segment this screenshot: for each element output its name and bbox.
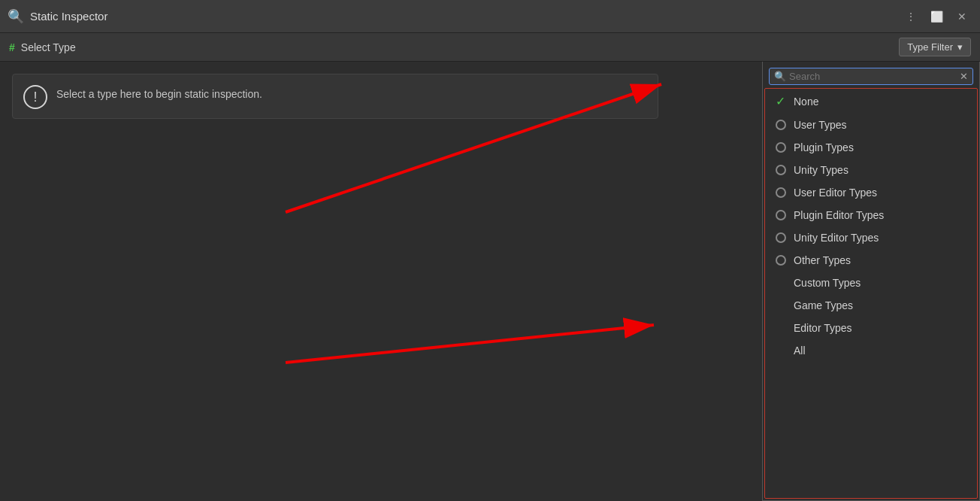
item-label: Plugin Editor Types [794,209,884,221]
radio-icon [776,142,786,153]
list-item[interactable]: User Editor Types [765,181,977,204]
list-item[interactable]: Plugin Editor Types [765,204,977,226]
search-input[interactable] [789,71,957,82]
type-filter-label: Type Filter [907,41,953,53]
list-item[interactable]: Custom Types [765,272,977,294]
radio-icon [776,120,786,130]
info-box: ! Select a type here to begin static ins… [12,74,658,119]
title-bar: 🔍 Static Inspector ⋮ ⬜ ✕ [0,0,980,33]
info-text: Select a type here to begin static inspe… [56,84,262,100]
radio-icon [776,232,786,243]
list-item[interactable]: Other Types [765,249,977,272]
list-item[interactable]: Editor Types [765,317,977,339]
dropdown-arrow-icon: ▾ [957,41,963,53]
dropdown-panel: 🔍 ✕ ✓ None User Types Plugin Types [762,62,980,501]
checkmark-icon: ✓ [776,94,786,108]
window-title: Static Inspector [30,10,107,23]
list-item[interactable]: Unity Types [765,159,977,181]
item-label: Plugin Types [794,141,854,153]
search-icon: 🔍 [8,8,24,25]
window-controls: ⋮ ⬜ ✕ [900,6,972,27]
hash-icon: # [9,41,15,53]
search-clear-button[interactable]: ✕ [960,71,968,82]
list-item[interactable]: ✓ None [765,89,977,114]
item-label: All [794,345,806,357]
search-magnifier-icon: 🔍 [774,71,786,82]
radio-icon [776,210,786,220]
radio-icon [776,255,786,266]
item-label: User Editor Types [794,187,877,199]
item-label: Other Types [794,254,851,266]
close-button[interactable]: ✕ [951,6,972,27]
list-item[interactable]: Plugin Types [765,136,977,159]
item-label: None [794,96,818,108]
search-row: 🔍 ✕ [769,68,973,85]
item-label: User Types [794,119,847,131]
item-label: Custom Types [794,277,861,289]
item-label: Game Types [794,299,853,311]
arrows-overlay [0,62,737,501]
menu-button[interactable]: ⋮ [900,6,921,27]
info-icon: ! [23,85,47,109]
list-item[interactable]: Unity Editor Types [765,226,977,249]
radio-icon [776,187,786,198]
maximize-button[interactable]: ⬜ [926,6,947,27]
sub-header: # Select Type Type Filter ▾ [0,33,980,62]
item-label: Editor Types [794,322,852,334]
list-item[interactable]: Game Types [765,294,977,317]
dropdown-list: ✓ None User Types Plugin Types Unity Typ… [764,88,978,499]
svg-line-3 [286,325,654,363]
type-filter-button[interactable]: Type Filter ▾ [899,38,971,56]
select-type-label: Select Type [21,41,76,53]
list-item[interactable]: User Types [765,114,977,136]
list-item[interactable]: All [765,339,977,362]
item-label: Unity Types [794,164,848,176]
item-label: Unity Editor Types [794,232,879,244]
main-content: ! Select a type here to begin static ins… [0,62,980,501]
radio-icon [776,165,786,175]
